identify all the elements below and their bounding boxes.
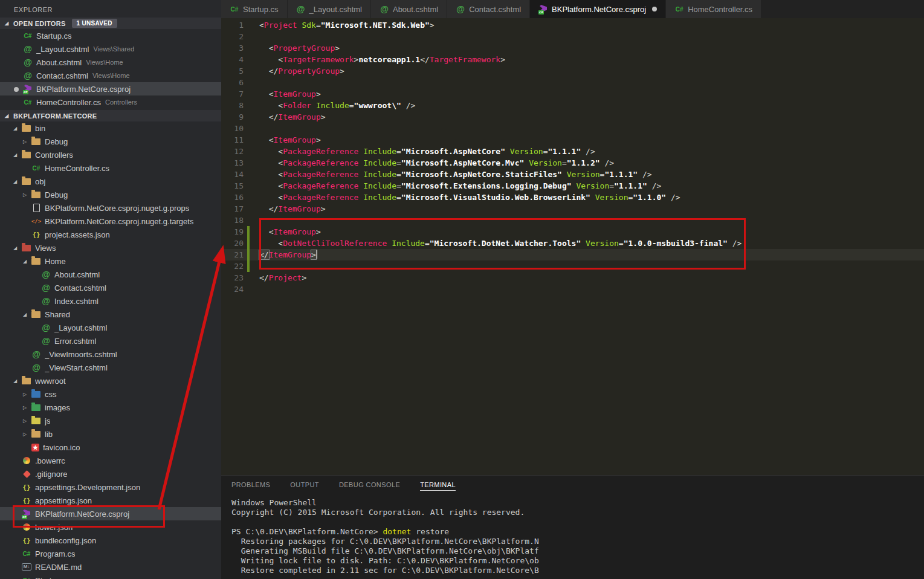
code-line-8[interactable]: 8 <Folder Include="wwwroot\" /> xyxy=(221,100,924,111)
file-tree: ◢bin▷Debug◢ControllersC#HomeController.c… xyxy=(0,121,221,579)
tree-item-views[interactable]: ◢Views xyxy=(0,241,221,254)
tree-item-contact-cshtml[interactable]: @Contact.cshtml xyxy=(0,281,221,294)
code-text: <Folder Include="wwwroot\" /> xyxy=(250,100,415,111)
tree-item-layout-cshtml[interactable]: @_Layout.cshtml xyxy=(0,321,221,334)
terminal-output[interactable]: Windows PowerShellCopyright (C) 2015 Mic… xyxy=(221,494,924,575)
file-label: Startup.cs xyxy=(36,31,72,40)
code-line-5[interactable]: 5 </PropertyGroup> xyxy=(221,65,924,77)
tree-item-bower-json[interactable]: bower.json xyxy=(0,520,221,534)
panel-tab-problems[interactable]: PROBLEMS xyxy=(231,481,270,491)
code-line-3[interactable]: 3 <PropertyGroup> xyxy=(221,42,924,54)
panel-tab-terminal[interactable]: TERMINAL xyxy=(420,481,456,491)
open-editors-header[interactable]: ◢ OPEN EDITORS 1 UNSAVED xyxy=(0,18,221,29)
tree-item-bkplatform-netcore-csproj[interactable]: BKPlatform.NetCore.csproj xyxy=(0,507,221,520)
tree-item-home[interactable]: ◢Home xyxy=(0,254,221,268)
code-line-6[interactable]: 6 xyxy=(221,77,924,88)
tree-item-readme-md[interactable]: M↓README.md xyxy=(0,560,221,574)
tree-item-viewstart-cshtml[interactable]: @_ViewStart.cshtml xyxy=(0,361,221,374)
panel-tab-output[interactable]: OUTPUT xyxy=(290,481,319,491)
tree-item-bkplatform-netcore-csproj-nuget-g-props[interactable]: BKPlatform.NetCore.csproj.nuget.g.props xyxy=(0,201,221,215)
tree-item-images[interactable]: ▷images xyxy=(0,401,221,414)
code-line-24[interactable]: 24 xyxy=(221,283,924,295)
open-editor-bkplatform-netcore-csproj[interactable]: BKPlatform.NetCore.csproj xyxy=(0,82,221,95)
tree-item-favicon-ico[interactable]: ★favicon.ico xyxy=(0,441,221,454)
tree-item-viewimoorts-cshtml[interactable]: @_ViewImoorts.cshtml xyxy=(0,348,221,361)
code-editor[interactable]: 1<Project Sdk="Microsoft.NET.Sdk.Web">23… xyxy=(221,18,924,476)
file-label: _Layout.cshtml xyxy=(36,45,89,54)
tree-item-gitignore[interactable]: .gitignore xyxy=(0,467,221,480)
tab-contact-cshtml[interactable]: @Contact.cshtml xyxy=(447,0,529,18)
code-line-7[interactable]: 7 <ItemGroup> xyxy=(221,88,924,100)
tab-about-cshtml[interactable]: @About.cshtml xyxy=(371,0,447,18)
code-line-4[interactable]: 4 <TargetFramework>netcoreapp1.1</Target… xyxy=(221,54,924,65)
tree-item-debug[interactable]: ▷Debug xyxy=(0,135,221,148)
file-label: Debug xyxy=(45,190,68,199)
tree-item-js[interactable]: ▷js xyxy=(0,414,221,427)
open-editor-layout-cshtml[interactable]: @_Layout.cshtmlViews\Shared xyxy=(0,42,221,56)
open-editors-list: C#Startup.cs@_Layout.cshtmlViews\Shared@… xyxy=(0,29,221,109)
code-line-20[interactable]: 20 <DotNetCliToolReference Include="Micr… xyxy=(221,238,924,249)
tree-item-bundleconfig-json[interactable]: {}bundleconfig.json xyxy=(0,534,221,547)
tree-item-program-cs[interactable]: C#Program.cs xyxy=(0,547,221,560)
tree-item-about-cshtml[interactable]: @About.cshtml xyxy=(0,268,221,281)
open-editor-homecontroller-cs[interactable]: C#HomeController.csControllers xyxy=(0,95,221,109)
razor-icon: @ xyxy=(23,57,33,67)
editor-group: C#Startup.cs@_Layout.cshtml@About.cshtml… xyxy=(221,0,924,579)
code-line-23[interactable]: 23</Project> xyxy=(221,272,924,283)
code-line-22[interactable]: 22 xyxy=(221,260,924,272)
csharp-icon: C# xyxy=(31,163,41,173)
code-line-2[interactable]: 2 xyxy=(221,31,924,42)
twisty-expanded-icon: ◢ xyxy=(13,152,22,158)
code-line-18[interactable]: 18 xyxy=(221,215,924,226)
code-line-17[interactable]: 17 </ItemGroup> xyxy=(221,203,924,215)
code-line-15[interactable]: 15 <PackageReference Include="Microsoft.… xyxy=(221,180,924,192)
file-label: js xyxy=(45,416,50,425)
json-icon: {} xyxy=(22,535,31,545)
file-path-label: Views\Shared xyxy=(93,45,134,53)
tree-item-homecontroller-cs[interactable]: C#HomeController.cs xyxy=(0,161,221,175)
tree-item-css[interactable]: ▷css xyxy=(0,387,221,401)
tree-item-project-assets-json[interactable]: {}project.assets.json xyxy=(0,228,221,241)
terminal-line: Restore completed in 2.11 sec for C:\0.D… xyxy=(231,566,924,575)
code-line-9[interactable]: 9 </ItemGroup> xyxy=(221,111,924,123)
code-text: <ItemGroup> xyxy=(250,134,321,146)
code-line-14[interactable]: 14 <PackageReference Include="Microsoft.… xyxy=(221,169,924,180)
code-line-1[interactable]: 1<Project Sdk="Microsoft.NET.Sdk.Web"> xyxy=(221,19,924,31)
code-line-16[interactable]: 16 <PackageReference Include="Microsoft.… xyxy=(221,192,924,203)
line-number: 1 xyxy=(221,19,244,31)
tree-item-startup-cs[interactable]: C#Startup.cs xyxy=(0,574,221,579)
tree-item-index-cshtml[interactable]: @Index.cshtml xyxy=(0,294,221,308)
tree-item-bin[interactable]: ◢bin xyxy=(0,121,221,135)
tree-item-debug[interactable]: ▷Debug xyxy=(0,188,221,201)
code-line-19[interactable]: 19 <ItemGroup> xyxy=(221,226,924,238)
project-section-header[interactable]: ◢ BKPLATFORM.NETCORE xyxy=(0,110,221,121)
tree-item-lib[interactable]: ▷lib xyxy=(0,427,221,441)
line-number: 11 xyxy=(221,134,244,146)
code-line-11[interactable]: 11 <ItemGroup> xyxy=(221,134,924,146)
tree-item-error-cshtml[interactable]: @Error.cshtml xyxy=(0,334,221,348)
tab-homecontroller-cs[interactable]: C#HomeController.cs xyxy=(666,0,761,18)
code-line-12[interactable]: 12 <PackageReference Include="Microsoft.… xyxy=(221,146,924,157)
code-line-21[interactable]: 21</ItemGroup> xyxy=(221,249,924,260)
open-editor-startup-cs[interactable]: C#Startup.cs xyxy=(0,29,221,42)
tree-item-bkplatform-netcore-csproj-nuget-g-targets[interactable]: </>BKPlatform.NetCore.csproj.nuget.g.tar… xyxy=(0,215,221,228)
code-line-10[interactable]: 10 xyxy=(221,123,924,134)
tree-item-bowerrc[interactable]: .bowerrc xyxy=(0,454,221,467)
file-label: Index.cshtml xyxy=(54,297,99,306)
tab-layout-cshtml[interactable]: @_Layout.cshtml xyxy=(288,0,370,18)
panel-tab-debug-console[interactable]: DEBUG CONSOLE xyxy=(339,481,400,491)
file-label: Views xyxy=(35,244,56,253)
tree-item-appsettings-development-json[interactable]: {}appsettings.Development.json xyxy=(0,480,221,494)
code-line-13[interactable]: 13 <PackageReference Include="Microsoft.… xyxy=(221,157,924,169)
tab-startup-cs[interactable]: C#Startup.cs xyxy=(221,0,287,18)
code-text: </ItemGroup> xyxy=(250,203,326,215)
tree-item-shared[interactable]: ◢Shared xyxy=(0,308,221,321)
tab-bkplatform-netcore-csproj[interactable]: BKPlatform.NetCore.csproj xyxy=(530,0,665,18)
open-editor-about-cshtml[interactable]: @About.cshtmlViews\Home xyxy=(0,56,221,69)
tree-item-controllers[interactable]: ◢Controllers xyxy=(0,148,221,161)
tree-item-appsettings-json[interactable]: {}appsettings.json xyxy=(0,494,221,507)
open-editor-contact-cshtml[interactable]: @Contact.cshtmlViews\Home xyxy=(0,69,221,82)
terminal-line: Writing lock file to disk. Path: C:\0.DE… xyxy=(231,556,924,566)
tree-item-wwwroot[interactable]: ◢wwwroot xyxy=(0,374,221,387)
tree-item-obj[interactable]: ◢obj xyxy=(0,175,221,188)
